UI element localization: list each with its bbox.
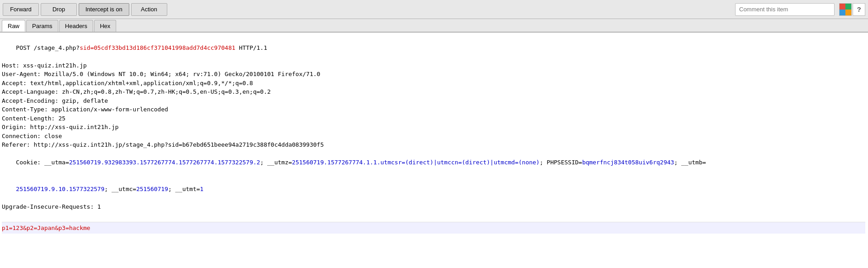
q1: [840, 4, 845, 10]
tab-raw-label: Raw: [8, 23, 19, 29]
cookie-utmz-value: 251560719.1577267774.1.1.utmcsr=(direct)…: [292, 159, 540, 166]
cookie-utmt-value: 1: [200, 186, 203, 192]
tab-headers-label: Headers: [65, 23, 87, 29]
request-protocol: HTTP/1.1: [236, 44, 267, 51]
cookie-utmz-label: ; __utmz=: [260, 159, 292, 166]
request-body: p1=123&p2=Japan&p3=hackme: [2, 223, 865, 233]
cookie-phpsessid-value: bqmerfncj834t058uiv6rq2943: [582, 159, 675, 166]
cookie-utmc-label: ; __utmc=: [104, 186, 136, 192]
user-agent-line: User-Agent: Mozilla/5.0 (Windows NT 10.0…: [2, 70, 865, 79]
help-button[interactable]: ?: [853, 3, 865, 16]
drop-button[interactable]: Drop: [41, 3, 77, 16]
accept-encoding-line: Accept-Encoding: gzip, deflate: [2, 96, 865, 105]
blank-line: [2, 211, 865, 220]
forward-button[interactable]: Forward: [3, 3, 39, 16]
cookie-label: Cookie:: [16, 159, 44, 166]
accept-line: Accept: text/html,application/xhtml+xml,…: [2, 79, 865, 88]
intercept-button[interactable]: Intercept is on: [79, 3, 129, 16]
tab-params[interactable]: Params: [26, 20, 58, 32]
cookie-utmt-label: ; __utmt=: [168, 186, 200, 192]
action-button[interactable]: Action: [131, 3, 167, 16]
cookie-phpsessid-label: ; PHPSESSID=: [540, 159, 582, 166]
tab-headers[interactable]: Headers: [59, 20, 93, 32]
q2: [845, 4, 851, 10]
connection-line: Connection: close: [2, 132, 865, 141]
comment-input[interactable]: [735, 3, 835, 16]
cookie-utma-label: __utma=: [44, 159, 69, 166]
request-line: POST /stage_4.php?sid=05cdf33bd13d186cf3…: [2, 34, 865, 61]
tab-params-label: Params: [32, 23, 52, 29]
accept-language-line: Accept-Language: zh-CN,zh;q=0.8,zh-TW;q=…: [2, 87, 865, 96]
tab-hex[interactable]: Hex: [94, 20, 116, 32]
upgrade-insecure-line: Upgrade-Insecure-Requests: 1: [2, 202, 865, 211]
cookie-utmc-value: 251560719: [136, 186, 168, 192]
request-body-section: p1=123&p2=Japan&p3=hackme: [2, 222, 865, 234]
request-path-static: /stage_4.php?: [30, 44, 80, 51]
tab-raw[interactable]: Raw: [2, 20, 25, 32]
cookie-utma-value: 251560719.932983393.1577267774.157726777…: [69, 159, 260, 166]
q3: [840, 10, 845, 15]
request-method: POST: [16, 44, 30, 51]
origin-line: Origin: http://xss-quiz.int21h.jp: [2, 123, 865, 132]
toolbar-icons: ?: [839, 3, 865, 16]
q4: [845, 10, 851, 15]
content-length-line: Content-Length: 25: [2, 114, 865, 123]
referer-line: Referer: http://xss-quiz.int21h.jp/stage…: [2, 140, 865, 149]
content-type-line: Content-Type: application/x-www-form-url…: [2, 105, 865, 114]
colorful-grid-icon[interactable]: [839, 3, 852, 16]
request-sid: sid=05cdf33bd13d186cf371041998add7d4cc97…: [80, 44, 235, 51]
host-line: Host: xss-quiz.int21h.jp: [2, 61, 865, 70]
tab-hex-label: Hex: [100, 23, 110, 29]
cookie-utmb-label: ; __utmb=: [674, 159, 706, 166]
toolbar: Forward Drop Intercept is on Action ?: [0, 0, 868, 19]
cookie-utmb-value: 251560719.9.10.1577322579: [16, 186, 104, 192]
tabs-bar: Raw Params Headers Hex: [0, 19, 868, 33]
cookie-line: Cookie: __utma=251560719.932983393.15772…: [2, 149, 865, 202]
request-content: POST /stage_4.php?sid=05cdf33bd13d186cf3…: [0, 33, 868, 268]
